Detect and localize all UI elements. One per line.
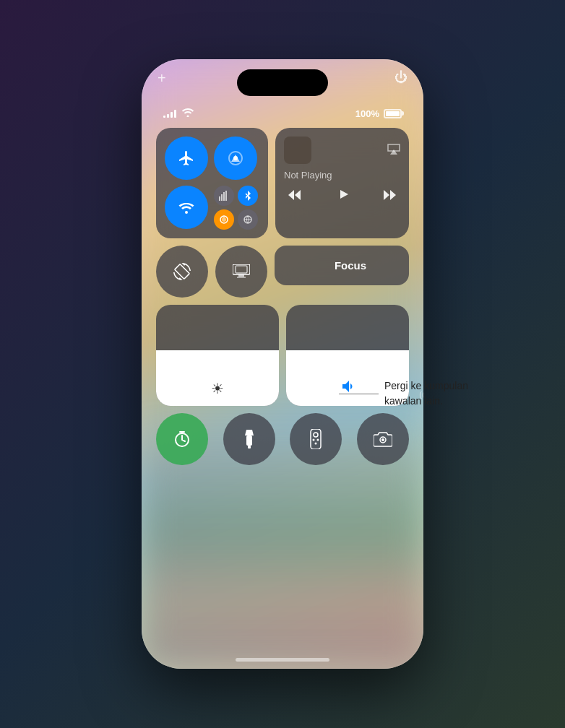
flashlight-button[interactable] xyxy=(223,413,275,465)
svg-point-16 xyxy=(313,439,315,441)
svg-rect-14 xyxy=(311,429,321,449)
top-row: Not Playing xyxy=(156,128,409,238)
signal-bars xyxy=(163,109,176,118)
remote-button[interactable] xyxy=(290,413,342,465)
add-button[interactable]: + xyxy=(158,70,166,87)
power-button[interactable]: ⏻ xyxy=(394,70,407,85)
svg-point-17 xyxy=(317,439,319,441)
svg-rect-1 xyxy=(219,196,220,201)
airplane-mode-button[interactable] xyxy=(165,136,208,180)
tools-row xyxy=(156,413,409,465)
airdrop-button[interactable] xyxy=(214,136,257,180)
battery-percent: 100% xyxy=(355,108,379,119)
media-panel: Not Playing xyxy=(275,128,409,238)
svg-point-20 xyxy=(381,438,384,441)
album-art xyxy=(284,136,311,164)
brightness-icon: ☀ xyxy=(211,380,224,397)
brightness-fill xyxy=(156,350,279,406)
media-top xyxy=(284,136,400,164)
battery-area: 100% xyxy=(355,108,402,119)
rewind-button[interactable] xyxy=(288,189,302,204)
forward-button[interactable] xyxy=(382,189,397,204)
annotation-text: Pergi ke kumpulan kawalan lain. xyxy=(384,378,504,409)
svg-rect-9 xyxy=(238,274,244,277)
svg-rect-12 xyxy=(246,436,252,446)
battery-icon xyxy=(384,109,402,118)
timer-button[interactable] xyxy=(156,413,208,465)
battery-fill xyxy=(386,111,400,116)
brightness-slider[interactable]: ☀ xyxy=(156,305,279,406)
svg-rect-2 xyxy=(221,194,223,201)
screen-orientation-button[interactable] xyxy=(156,246,208,298)
annotation-line xyxy=(339,394,379,394)
svg-rect-4 xyxy=(225,191,227,201)
vpn-button[interactable] xyxy=(214,209,234,230)
signal-area xyxy=(163,108,194,119)
camera-button[interactable] xyxy=(357,413,409,465)
media-controls xyxy=(284,186,400,207)
status-bar: 100% xyxy=(142,103,423,124)
svg-point-18 xyxy=(315,443,317,445)
connectivity-panel xyxy=(156,128,268,238)
focus-button[interactable]: Focus xyxy=(275,246,409,285)
svg-rect-8 xyxy=(236,266,247,273)
svg-rect-3 xyxy=(223,192,225,201)
play-button[interactable] xyxy=(335,186,350,207)
svg-rect-13 xyxy=(248,446,251,448)
airplay-icon[interactable] xyxy=(387,143,400,157)
control-center: Not Playing xyxy=(156,128,409,472)
bluetooth-button[interactable] xyxy=(238,186,258,206)
media-status: Not Playing xyxy=(284,170,400,181)
dynamic-island xyxy=(237,69,328,96)
home-indicator xyxy=(236,658,329,662)
signal-bar-1 xyxy=(163,116,165,118)
signal-bar-4 xyxy=(174,110,176,118)
annotation-container: Pergi ke kumpulan kawalan lain. xyxy=(339,378,504,409)
focus-label: Focus xyxy=(335,259,366,272)
signal-bar-3 xyxy=(171,112,173,118)
signal-bar-2 xyxy=(167,114,169,118)
wifi-button[interactable] xyxy=(165,186,208,229)
cellular-button[interactable] xyxy=(214,186,234,206)
svg-rect-10 xyxy=(237,277,246,278)
svg-point-15 xyxy=(314,433,318,437)
wifi-status-icon xyxy=(182,108,194,119)
phone-frame: + ⏻ 100% xyxy=(142,59,423,669)
screen-mirror-button[interactable] xyxy=(215,246,267,298)
mid-row: Focus xyxy=(156,246,409,298)
globe-button[interactable] xyxy=(238,209,258,230)
